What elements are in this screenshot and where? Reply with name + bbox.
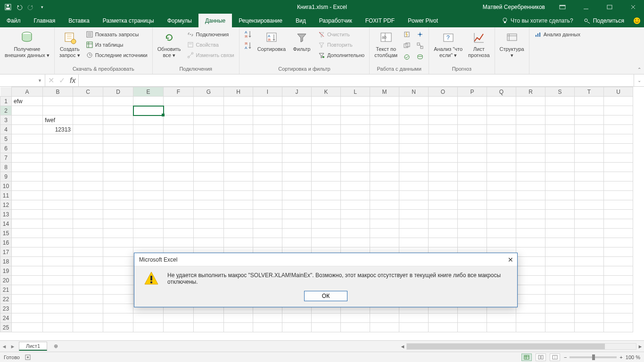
show-queries-button[interactable]: Показать запросы <box>84 29 149 40</box>
data-analysis-button[interactable]: Анализ данных <box>532 29 582 40</box>
feedback-smiley-icon[interactable] <box>630 14 644 27</box>
manage-data-model-button[interactable] <box>414 52 426 62</box>
add-sheet-icon[interactable]: ⊕ <box>50 343 61 349</box>
expand-formula-bar-icon[interactable]: ⌄ <box>634 74 644 86</box>
svg-point-9 <box>503 18 507 22</box>
dialog-title: Microsoft Excel <box>139 256 177 263</box>
text-columns-label: Текст по столбцам <box>374 46 397 58</box>
svg-text:Я: Я <box>245 34 248 39</box>
forecast-sheet-button[interactable]: Лист прогноза <box>466 29 491 58</box>
connections-button[interactable]: Подключения <box>185 29 236 40</box>
tab-file[interactable]: Файл <box>0 14 27 27</box>
refresh-all-button[interactable]: Обновить все ▾ <box>156 29 183 58</box>
hscroll-right-icon[interactable]: ► <box>636 344 644 349</box>
zoom-slider[interactable] <box>570 356 617 358</box>
hscroll-track[interactable] <box>406 343 636 350</box>
zoom-in-icon[interactable]: + <box>619 354 622 360</box>
outline-label: Структура ▾ <box>500 46 524 58</box>
recent-sources-button[interactable]: Последние источники <box>84 50 149 60</box>
ribbon-options-icon[interactable] <box>552 0 573 14</box>
from-table-button[interactable]: Из таблицы <box>84 40 149 50</box>
undo-icon[interactable] <box>14 2 25 12</box>
user-name[interactable]: Матвей Серебренников <box>478 4 550 10</box>
name-box-dropdown-icon[interactable]: ▼ <box>38 78 42 83</box>
svg-text:А: А <box>245 46 248 50</box>
sheet-nav-next-icon[interactable]: ► <box>8 344 17 349</box>
consolidate-button[interactable] <box>414 29 426 40</box>
save-icon[interactable] <box>3 2 13 12</box>
tab-home[interactable]: Главная <box>27 14 62 27</box>
data-validation-button[interactable] <box>401 52 413 62</box>
qat-customize-icon[interactable]: ▾ <box>37 2 47 12</box>
group-caption <box>495 66 529 74</box>
svg-rect-6 <box>607 5 612 9</box>
link-icon <box>187 31 194 38</box>
text-to-columns-button[interactable]: ab Текст по столбцам <box>372 29 399 58</box>
hscroll-left-icon[interactable]: ◄ <box>399 344 406 349</box>
tab-formulas[interactable]: Формулы <box>161 14 198 27</box>
view-page-break-icon[interactable] <box>550 354 560 361</box>
warning-icon <box>144 271 159 286</box>
worksheet-area: ABCDEFGHIJKLMNOPQRSTU1efw23fwef412313567… <box>0 87 644 340</box>
advanced-filter-button[interactable]: Дополнительно <box>316 50 366 60</box>
sort-az-button[interactable]: АЯ <box>242 29 254 40</box>
what-if-icon: ? <box>441 30 456 45</box>
group-external-data: Получение внешних данных ▾ <box>0 27 55 74</box>
get-external-data-button[interactable]: Получение внешних данных ▾ <box>3 29 51 58</box>
sheet-nav-prev-icon[interactable]: ◄ <box>0 344 8 349</box>
tab-foxit[interactable]: FOXIT PDF <box>359 14 401 27</box>
new-query-button[interactable]: Создать запрос ▾ <box>58 29 82 58</box>
redo-icon[interactable] <box>25 2 36 12</box>
relationships-button[interactable] <box>414 41 426 51</box>
remove-duplicates-button[interactable] <box>401 41 413 51</box>
tab-data[interactable]: Данные <box>198 14 232 27</box>
svg-rect-10 <box>504 22 506 23</box>
what-if-button[interactable]: ? Анализ "что если" ▾ <box>432 29 464 58</box>
zoom-level[interactable]: 100 % <box>626 354 640 360</box>
group-data-tools: ab Текст по столбцам Работа с данными <box>370 27 429 74</box>
formula-input[interactable] <box>79 74 634 86</box>
view-normal-icon[interactable] <box>521 354 532 361</box>
tab-powerpivot[interactable]: Power Pivot <box>401 14 445 27</box>
dialog-close-icon[interactable]: ✕ <box>508 256 513 263</box>
dialog-ok-button[interactable]: ОК <box>304 291 347 301</box>
filter-button[interactable]: Фильтр <box>289 29 314 52</box>
flash-fill-button[interactable] <box>401 29 413 40</box>
sheet-tab-active[interactable]: Лист1 <box>19 342 47 351</box>
svg-rect-60 <box>539 33 540 37</box>
formula-bar: ▼ ✕ ✓ fx ⌄ <box>0 74 644 87</box>
group-caption: Сортировка и фильтр <box>239 66 370 74</box>
minimize-icon[interactable] <box>575 0 597 14</box>
zoom-out-icon[interactable]: − <box>564 354 567 360</box>
reapply-filter-label: Повторить <box>327 42 353 48</box>
svg-point-46 <box>419 33 421 35</box>
tab-view[interactable]: Вид <box>289 14 313 27</box>
tab-insert[interactable]: Вставка <box>62 14 96 27</box>
svg-point-11 <box>585 19 587 22</box>
data-model-icon <box>416 53 424 61</box>
macro-record-icon[interactable] <box>25 354 31 361</box>
hscroll-thumb[interactable] <box>407 344 605 349</box>
quick-access-toolbar: ▾ <box>0 2 47 12</box>
zoom-slider-knob[interactable] <box>592 354 595 360</box>
maximize-icon[interactable] <box>599 0 620 14</box>
view-page-layout-icon[interactable] <box>536 354 546 361</box>
group-caption: Подключения <box>153 66 239 74</box>
title-bar: ▾ Книга1.xlsm - Excel Матвей Серебренник… <box>0 0 644 14</box>
tell-me-search[interactable]: Что вы хотите сделать? <box>497 14 578 27</box>
properties-label: Свойства <box>196 42 219 48</box>
clear-icon <box>318 31 325 38</box>
tab-page-layout[interactable]: Разметка страницы <box>96 14 161 27</box>
name-box[interactable]: ▼ <box>0 74 45 86</box>
horizontal-scrollbar[interactable]: ◄ ► <box>399 343 644 350</box>
tab-review[interactable]: Рецензирование <box>232 14 289 27</box>
sort-za-button[interactable]: ЯА <box>242 41 254 51</box>
tab-developer[interactable]: Разработчик <box>313 14 359 27</box>
outline-button[interactable]: Структура ▾ <box>498 29 526 58</box>
close-window-icon[interactable] <box>622 0 644 14</box>
insert-function-icon[interactable]: fx <box>70 76 75 85</box>
clear-filter-label: Очистить <box>327 32 350 37</box>
collapse-ribbon-icon[interactable]: ⌃ <box>637 67 641 72</box>
sort-button[interactable]: АЯ Сортировка <box>256 29 288 52</box>
share-button[interactable]: Поделиться <box>578 14 630 27</box>
